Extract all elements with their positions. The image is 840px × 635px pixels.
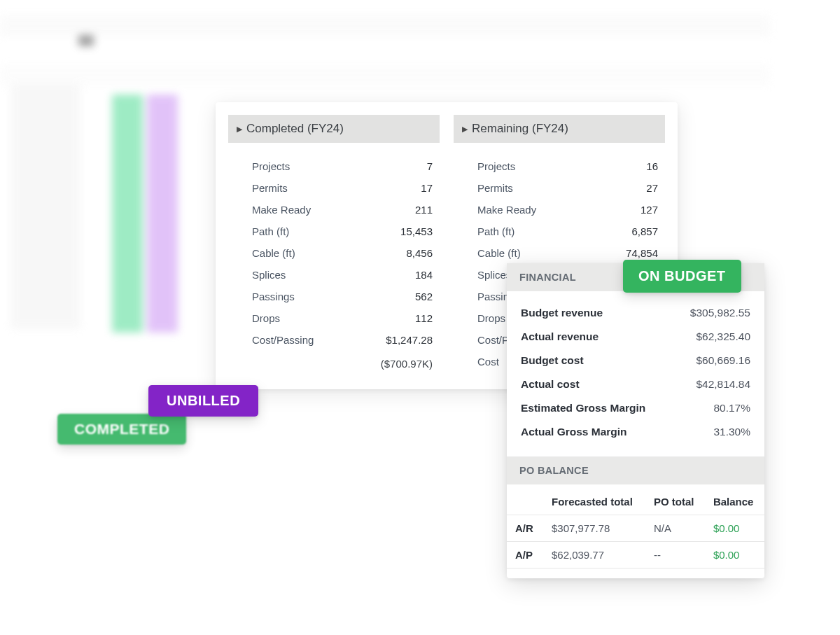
po-cell-po: -- xyxy=(645,542,705,568)
metric-row: Projects7 xyxy=(252,155,433,177)
metric-label: Make Ready xyxy=(477,204,536,216)
po-balance-header: PO BALANCE xyxy=(507,456,764,484)
financial-card: FINANCIAL Budget revenue$305,982.55Actua… xyxy=(507,263,764,578)
panel-remaining-title: Remaining (FY24) xyxy=(472,122,568,136)
metric-row: Permits17 xyxy=(252,177,433,199)
metric-value: 27 xyxy=(602,182,658,194)
financial-value: $42,814.84 xyxy=(696,378,750,391)
metric-row: Permits27 xyxy=(477,177,658,199)
metric-row: Make Ready211 xyxy=(252,199,433,221)
financial-value: 31.30% xyxy=(713,426,750,438)
financial-row: Actual Gross Margin31.30% xyxy=(521,420,750,444)
metric-value: 16 xyxy=(602,160,658,172)
po-header-row: Forecasted totalPO totalBalance xyxy=(507,489,764,515)
chevron-right-icon: ▶ xyxy=(237,125,242,134)
metric-label: Cable (ft) xyxy=(477,247,521,259)
metric-row: Make Ready127 xyxy=(477,199,658,221)
metric-value: 562 xyxy=(377,291,433,302)
metric-label: Permits xyxy=(252,182,288,194)
financial-row: Budget cost$60,669.16 xyxy=(521,349,750,372)
metric-value: 127 xyxy=(602,204,658,216)
po-cell-po: N/A xyxy=(645,515,705,542)
financial-value: $62,325.40 xyxy=(696,330,750,343)
panel-completed-title: Completed (FY24) xyxy=(246,122,344,136)
financial-row: Actual cost$42,814.84 xyxy=(521,372,750,396)
metric-value: 211 xyxy=(377,204,433,216)
po-column-header: Forecasted total xyxy=(543,489,645,515)
financial-label: Actual Gross Margin xyxy=(521,426,627,438)
metric-label: Path (ft) xyxy=(252,225,289,237)
financial-row: Actual revenue$62,325.40 xyxy=(521,325,750,349)
panel-completed-header[interactable]: ▶ Completed (FY24) xyxy=(228,115,440,143)
po-row: A/P$62,039.77--$0.00 xyxy=(507,542,764,568)
metric-row: Passings562 xyxy=(252,286,433,307)
metric-label: Permits xyxy=(477,182,513,194)
po-cell-forecasted: $62,039.77 xyxy=(543,542,645,568)
financial-label: Actual revenue xyxy=(521,330,598,343)
metric-label: Path (ft) xyxy=(477,225,514,237)
metric-value: 184 xyxy=(377,269,433,281)
po-cell-head: A/R xyxy=(507,515,543,542)
metric-row: Path (ft)6,857 xyxy=(477,221,658,242)
po-cell-forecasted: $307,977.78 xyxy=(543,515,645,542)
metric-label: Cost xyxy=(477,356,499,368)
metric-row: Drops112 xyxy=(252,307,433,329)
po-body: A/R$307,977.78N/A$0.00A/P$62,039.77--$0.… xyxy=(507,515,764,568)
po-cell-balance: $0.00 xyxy=(705,542,764,568)
metric-value: 112 xyxy=(377,312,433,324)
metric-value: 6,857 xyxy=(602,225,658,237)
metric-label: Projects xyxy=(477,160,515,172)
metric-value: $1,247.28 xyxy=(377,334,433,346)
metric-label: Drops xyxy=(252,312,280,324)
metric-row: Cost/Passing$1,247.28 xyxy=(252,329,433,351)
status-badge-on-budget: ON BUDGET xyxy=(623,260,741,293)
metric-row: Projects16 xyxy=(477,155,658,177)
po-cell-balance: $0.00 xyxy=(705,515,764,542)
financial-value: 80.17% xyxy=(713,402,750,414)
panel-completed-total: ($700.97K) xyxy=(252,351,433,370)
panel-completed-body: Projects7Permits17Make Ready211Path (ft)… xyxy=(228,143,440,374)
metric-value: 17 xyxy=(377,182,433,194)
metric-label: Projects xyxy=(252,160,290,172)
financial-label: Budget revenue xyxy=(521,307,603,319)
metric-label: Passings xyxy=(252,291,295,302)
po-cell-head: A/P xyxy=(507,542,543,568)
metric-value: 74,854 xyxy=(602,247,658,259)
financial-label: Budget cost xyxy=(521,354,584,367)
financial-label: Estimated Gross Margin xyxy=(521,402,645,414)
metric-label: Cost/Passing xyxy=(252,334,314,346)
panel-completed: ▶ Completed (FY24) Projects7Permits17Mak… xyxy=(228,115,440,377)
metric-row: Path (ft)15,453 xyxy=(252,221,433,242)
po-row: A/R$307,977.78N/A$0.00 xyxy=(507,515,764,542)
po-column-header: PO total xyxy=(645,489,705,515)
metric-label: Cable (ft) xyxy=(252,247,295,259)
metric-value: 15,453 xyxy=(377,225,433,237)
po-column-header xyxy=(507,489,543,515)
status-badge-unbilled: UNBILLED xyxy=(148,385,258,417)
metric-value: 7 xyxy=(377,160,433,172)
po-balance-table: Forecasted totalPO totalBalance A/R$307,… xyxy=(507,489,764,568)
financial-body: Budget revenue$305,982.55Actual revenue$… xyxy=(507,291,764,456)
panel-remaining-header[interactable]: ▶ Remaining (FY24) xyxy=(454,115,665,143)
financial-label: Actual cost xyxy=(521,378,580,391)
financial-value: $60,669.16 xyxy=(696,354,750,367)
status-badge-completed: COMPLETED xyxy=(57,414,186,445)
metric-value: 8,456 xyxy=(377,247,433,259)
financial-value: $305,982.55 xyxy=(690,307,750,319)
po-column-header: Balance xyxy=(705,489,764,515)
chevron-right-icon: ▶ xyxy=(462,125,468,134)
metric-label: Drops xyxy=(477,312,505,324)
metric-label: Make Ready xyxy=(252,204,311,216)
metric-row: Cable (ft)8,456 xyxy=(252,242,433,264)
metric-row: Splices184 xyxy=(252,264,433,286)
metric-label: Splices xyxy=(252,269,286,281)
financial-row: Estimated Gross Margin80.17% xyxy=(521,396,750,420)
financial-row: Budget revenue$305,982.55 xyxy=(521,301,750,325)
